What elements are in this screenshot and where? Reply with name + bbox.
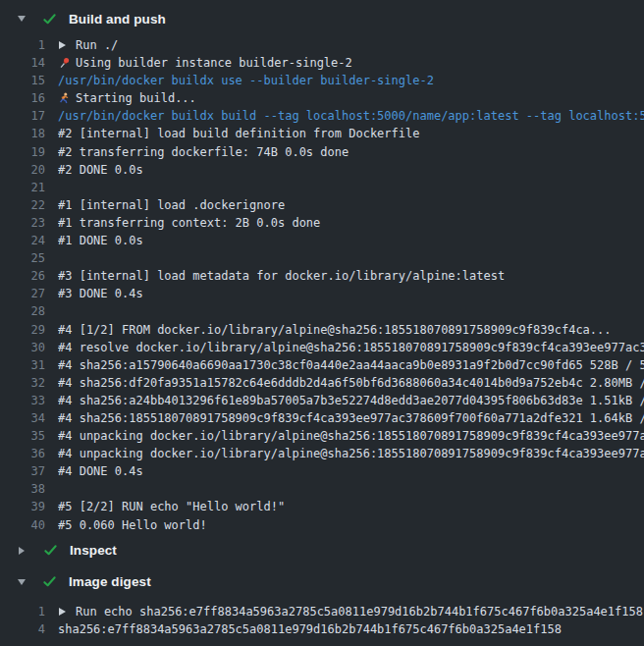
line-number[interactable]: 4: [0, 620, 45, 638]
log-text: Using builder instance builder-single-2: [76, 54, 352, 72]
line-number[interactable]: 15: [0, 72, 45, 89]
runner-icon: [58, 92, 71, 105]
line-number[interactable]: 28: [0, 302, 45, 320]
line-content: #4 unpacking docker.io/library/alpine@sh…: [58, 445, 644, 462]
check-icon: [43, 543, 58, 558]
line-number[interactable]: 36: [0, 445, 45, 462]
expand-run-icon: [59, 41, 66, 49]
line-number[interactable]: 32: [0, 374, 45, 392]
log-line: 18#2 [internal] load build definition fr…: [0, 125, 644, 142]
line-number[interactable]: 33: [0, 392, 45, 409]
check-icon: [42, 574, 57, 589]
log-line: 39#5 [2/2] RUN echo "Hello world!": [0, 498, 644, 515]
log-text: #3 DONE 0.4s: [58, 285, 143, 302]
line-content: #3 [internal] load metadata for docker.i…: [58, 267, 644, 285]
line-number[interactable]: 1: [0, 603, 45, 620]
log-line: 16Starting build...: [0, 89, 644, 107]
line-number[interactable]: 23: [0, 214, 45, 232]
line-content: #2 [internal] load build definition from…: [58, 125, 644, 142]
log-line: 19#2 transferring dockerfile: 74B 0.0s d…: [0, 143, 644, 161]
log-text: #1 transferring context: 2B 0.0s done: [58, 214, 320, 232]
line-content: sha256:e7ff8834a5963a2785c5a0811e979d16b…: [58, 620, 644, 638]
log-line: 1Run echo sha256:e7ff8834a5963a2785c5a08…: [0, 603, 644, 620]
line-number[interactable]: 22: [0, 196, 45, 214]
log-line: 40#5 0.060 Hello world!: [0, 516, 644, 534]
log-text: #4 [1/2] FROM docker.io/library/alpine@s…: [58, 321, 612, 339]
section-title: Image digest: [69, 574, 151, 589]
log-line: 30#4 resolve docker.io/library/alpine@sh…: [0, 339, 644, 356]
log-text: Starting build...: [76, 89, 196, 107]
line-number[interactable]: 35: [0, 427, 45, 445]
expand-run-icon: [59, 608, 66, 616]
log-text: #1 [internal] load .dockerignore: [58, 196, 285, 214]
line-content: #1 transferring context: 2B 0.0s done: [58, 214, 644, 232]
line-content: #4 unpacking docker.io/library/alpine@sh…: [58, 427, 644, 445]
log-text: #4 sha256:df20fa9351a15782c64e6dddb2d4a6…: [58, 374, 644, 392]
section-log-lines: 1Run echo sha256:e7ff8834a5963a2785c5a08…: [0, 603, 644, 638]
line-number[interactable]: 34: [0, 409, 45, 427]
line-number[interactable]: 20: [0, 161, 45, 179]
line-number[interactable]: 29: [0, 321, 45, 339]
line-number[interactable]: 19: [0, 143, 45, 161]
line-content: /usr/bin/docker buildx build --tag local…: [58, 107, 644, 125]
log-line: 33#4 sha256:a24bb4013296f61e89ba57005a7b…: [0, 392, 644, 409]
line-content[interactable]: Run echo sha256:e7ff8834a5963a2785c5a081…: [58, 603, 644, 620]
log-line: 38: [0, 480, 644, 498]
line-content: #4 sha256:a24bb4013296f61e89ba57005a7b3e…: [58, 392, 644, 409]
log-text: #4 unpacking docker.io/library/alpine@sh…: [58, 427, 644, 445]
line-number[interactable]: 25: [0, 249, 45, 267]
log-text: #5 0.060 Hello world!: [58, 516, 207, 534]
log-line: 4sha256:e7ff8834a5963a2785c5a0811e979d16…: [0, 620, 644, 638]
log-text: #2 DONE 0.0s: [58, 161, 143, 179]
log-text: #2 [internal] load build definition from…: [58, 125, 419, 142]
log-line: 15/usr/bin/docker buildx use --builder b…: [0, 72, 644, 89]
log-line: 21: [0, 179, 644, 196]
log-line: 1Run ./: [0, 36, 644, 54]
line-number[interactable]: 39: [0, 498, 45, 515]
section-header-inspect[interactable]: Inspect: [0, 537, 644, 565]
chevron-right-icon: [19, 547, 25, 555]
log-line: 36#4 unpacking docker.io/library/alpine@…: [0, 445, 644, 462]
line-number[interactable]: 1: [0, 36, 45, 54]
log-text: sha256:e7ff8834a5963a2785c5a0811e979d16b…: [58, 620, 562, 638]
log-text: #1 DONE 0.0s: [58, 232, 143, 249]
line-content: #4 [1/2] FROM docker.io/library/alpine@s…: [58, 321, 644, 339]
line-number[interactable]: 30: [0, 339, 45, 356]
line-content: #1 [internal] load .dockerignore: [58, 196, 644, 214]
line-number[interactable]: 21: [0, 179, 45, 196]
pushpin-icon: [58, 57, 71, 70]
log-text: /usr/bin/docker buildx build --tag local…: [58, 107, 644, 125]
line-content[interactable]: Run ./: [58, 36, 644, 54]
line-number[interactable]: 26: [0, 267, 45, 285]
section-title: Inspect: [70, 543, 117, 558]
log-line: 26#3 [internal] load metadata for docker…: [0, 267, 644, 285]
log-text: #4 sha256:a24bb4013296f61e89ba57005a7b3e…: [58, 392, 644, 409]
line-number[interactable]: 31: [0, 356, 45, 374]
section-inspect: Inspect: [0, 534, 644, 565]
log-line: 23#1 transferring context: 2B 0.0s done: [0, 214, 644, 232]
line-content: #4 sha256:a15790640a6690aa1730c38cf0a440…: [58, 356, 644, 374]
line-content: Using builder instance builder-single-2: [58, 54, 644, 72]
line-number[interactable]: 17: [0, 107, 45, 125]
log-line: 22#1 [internal] load .dockerignore: [0, 196, 644, 214]
line-number[interactable]: 27: [0, 285, 45, 302]
section-header-build-and-push[interactable]: Build and push: [0, 5, 644, 32]
line-content: Starting build...: [58, 89, 644, 107]
line-number[interactable]: 37: [0, 462, 45, 480]
log-line: 28: [0, 302, 644, 320]
log-text: #4 resolve docker.io/library/alpine@sha2…: [58, 339, 644, 356]
log-line: 25: [0, 249, 644, 267]
line-number[interactable]: 16: [0, 89, 45, 107]
line-number[interactable]: 24: [0, 232, 45, 249]
line-number[interactable]: 38: [0, 480, 45, 498]
line-number[interactable]: 18: [0, 125, 45, 142]
line-content: #4 resolve docker.io/library/alpine@sha2…: [58, 339, 644, 356]
log-text: #3 [internal] load metadata for docker.i…: [58, 267, 505, 285]
line-number[interactable]: 14: [0, 54, 45, 72]
line-content: #2 transferring dockerfile: 74B 0.0s don…: [58, 143, 644, 161]
log-line: 32#4 sha256:df20fa9351a15782c64e6dddb2d4…: [0, 374, 644, 392]
check-icon: [42, 12, 57, 27]
line-number[interactable]: 40: [0, 516, 45, 534]
section-header-image-digest[interactable]: Image digest: [0, 568, 644, 596]
log-text: Run ./: [76, 36, 118, 54]
